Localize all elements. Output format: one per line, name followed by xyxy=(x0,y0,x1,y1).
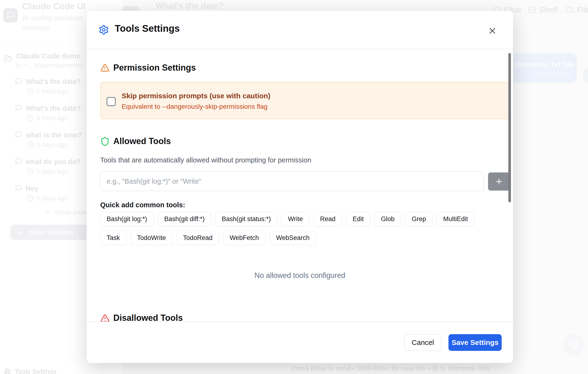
tab-files-label: Files xyxy=(577,5,588,14)
app-title: Claude Code UI xyxy=(22,1,86,11)
add-tool-button[interactable] xyxy=(488,172,510,191)
tools-settings-label: Tools Settings xyxy=(15,368,56,374)
clock-icon xyxy=(27,168,34,175)
session-time: 4 mins ago xyxy=(36,88,68,95)
session-item[interactable]: Hey 5 days ago xyxy=(0,185,91,208)
show-more-label: Show more xyxy=(55,208,88,216)
modal-scrollbar-thumb[interactable] xyxy=(508,53,511,202)
quick-tool-button[interactable]: TodoRead xyxy=(177,231,219,245)
session-title: what do you do? xyxy=(26,158,81,166)
session-title: What's the date? xyxy=(26,104,81,112)
chevron-down-icon xyxy=(44,209,51,216)
gear-icon xyxy=(4,368,11,374)
quick-tool-button[interactable]: Bash(git diff:*) xyxy=(158,212,211,226)
folder-icon xyxy=(566,6,573,14)
session-time: 5 days ago xyxy=(36,195,68,202)
modal-title: Tools Settings xyxy=(115,23,180,34)
tab-shell[interactable]: Shell xyxy=(528,5,557,14)
composer-hint: Press Enter to send • Shift+Enter for ne… xyxy=(292,364,490,372)
session-title: Hey xyxy=(26,185,38,192)
quick-tool-button[interactable]: WebSearch xyxy=(270,231,316,245)
app-subtitle-line2: interface xyxy=(22,24,50,32)
terminal-icon xyxy=(528,6,536,14)
session-time: 5 days ago xyxy=(36,168,68,175)
allowed-tools-description: Tools that are automatically allowed wit… xyxy=(100,156,311,164)
session-item[interactable]: what is the time? 5 days ago xyxy=(0,131,91,155)
session-time: 5 days ago xyxy=(36,141,68,149)
message-square-icon xyxy=(15,104,22,112)
shield-icon xyxy=(100,137,110,146)
folder-open-icon xyxy=(4,54,12,62)
modal-header: Tools Settings xyxy=(87,11,513,49)
session-time: 4 mins ago xyxy=(36,114,68,122)
quick-tool-button[interactable]: Glob xyxy=(375,212,401,226)
chat-message-text: audecodeui.txt file xyxy=(507,60,574,69)
quick-tool-button[interactable]: Edit xyxy=(346,212,370,226)
app-logo-chat-icon xyxy=(3,8,18,22)
tools-settings-menu-item[interactable]: Tools Settings xyxy=(4,368,56,374)
save-settings-button[interactable]: Save Settings xyxy=(449,334,502,351)
modal-scroll-content[interactable]: Permission Settings Skip permission prom… xyxy=(87,49,513,322)
quick-tool-button[interactable]: Write xyxy=(282,212,309,226)
app-subtitle-line1: AI coding assistant xyxy=(22,14,82,22)
modal-footer: Cancel Save Settings xyxy=(87,322,513,363)
warning-triangle-icon xyxy=(100,63,110,73)
send-icon xyxy=(569,340,579,350)
clock-icon xyxy=(27,141,34,148)
quick-tool-button[interactable]: Bash(git status:*) xyxy=(215,212,277,226)
permission-settings-heading: Permission Settings xyxy=(113,63,196,73)
quick-tool-button[interactable]: WebFetch xyxy=(223,231,265,245)
disallowed-tools-heading: Disallowed Tools xyxy=(113,313,183,322)
show-more-button[interactable]: Show more xyxy=(44,208,88,216)
skip-permissions-title: Skip permission prompts (use with cautio… xyxy=(122,92,270,100)
tab-files[interactable]: Files xyxy=(566,5,588,14)
allowed-tools-empty-state: No allowed tools configured xyxy=(87,271,513,280)
plus-icon xyxy=(16,228,25,236)
plus-icon xyxy=(495,177,503,186)
skip-permissions-subtitle: Equivalent to --dangerously-skip-permiss… xyxy=(122,103,268,110)
message-square-icon xyxy=(15,78,22,85)
skip-permissions-checkbox[interactable] xyxy=(107,97,116,106)
allowed-tool-input[interactable] xyxy=(100,171,484,191)
session-title: what is the time? xyxy=(26,131,82,139)
project-name[interactable]: Claude Code demo xyxy=(16,52,81,60)
message-square-icon xyxy=(15,158,22,165)
clock-icon xyxy=(27,88,34,95)
clock-icon xyxy=(27,114,34,122)
conversation-title: What's the date? xyxy=(156,1,224,11)
cancel-button[interactable]: Cancel xyxy=(404,334,441,351)
send-button[interactable] xyxy=(563,334,585,357)
app-screen: Claude Code UI AI coding assistant inter… xyxy=(0,0,588,374)
new-session-label: New Session xyxy=(29,228,74,236)
tools-settings-modal: Tools Settings Permission Settings Skip … xyxy=(87,11,513,363)
project-meta: 5+ • ...it/opensource/clau xyxy=(16,62,84,69)
quick-tool-button[interactable]: TodoWrite xyxy=(131,231,172,245)
tab-shell-label: Shell xyxy=(539,5,557,14)
session-item[interactable]: What's the date? 4 mins ago xyxy=(0,78,91,102)
session-title: What's the date? xyxy=(26,78,81,86)
close-icon[interactable] xyxy=(488,26,497,36)
message-square-icon xyxy=(15,131,22,138)
clock-icon xyxy=(27,195,34,202)
quick-tool-button[interactable]: Bash(git log:*) xyxy=(100,212,154,226)
skip-permissions-warning-box: Skip permission prompts (use with cautio… xyxy=(100,82,510,119)
session-item[interactable]: what do you do? 5 days ago xyxy=(0,158,91,182)
allowed-tools-heading: Allowed Tools xyxy=(113,136,171,146)
quick-tool-button[interactable]: MultiEdit xyxy=(437,212,474,226)
alert-triangle-icon xyxy=(100,314,110,322)
message-square-icon xyxy=(15,185,22,192)
quick-add-tools: Bash(git log:*) Bash(git diff:*) Bash(gi… xyxy=(100,212,503,245)
chat-message-time: 3:58:39 PM xyxy=(536,71,570,79)
session-item[interactable]: What's the date? 4 mins ago xyxy=(0,104,91,128)
settings-gear-icon xyxy=(98,25,109,35)
quick-tool-button[interactable]: Task xyxy=(100,231,126,245)
quick-add-label: Quick add common tools: xyxy=(100,201,185,209)
quick-tool-button[interactable]: Read xyxy=(314,212,342,226)
quick-tool-button[interactable]: Grep xyxy=(405,212,432,226)
avatar xyxy=(583,66,588,84)
